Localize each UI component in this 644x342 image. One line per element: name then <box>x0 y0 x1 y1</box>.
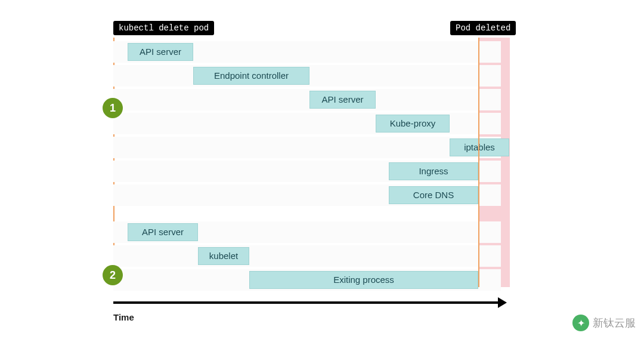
end-marker-line <box>478 38 479 287</box>
timeline-row: Endpoint controller <box>113 65 501 87</box>
end-marker-tag: Pod deleted <box>450 21 516 35</box>
wechat-icon: ✦ <box>572 315 589 331</box>
group-2-badge: 2 <box>103 265 123 285</box>
timeline-row: API server <box>113 89 501 110</box>
task-bar-kubelet: kubelet <box>198 247 249 265</box>
timeline-row: Core DNS <box>113 184 501 206</box>
task-bar-core-dns: Core DNS <box>389 186 478 204</box>
task-bar-kube-proxy: Kube-proxy <box>376 115 450 133</box>
time-axis: Time <box>113 301 507 322</box>
watermark: ✦ 新钛云服 <box>572 315 636 331</box>
task-bar-api-server-3: API server <box>128 223 198 241</box>
marker-row: kubectl delete pod Pod deleted <box>113 21 566 38</box>
task-bar-exiting-process: Exiting process <box>249 271 478 289</box>
task-bar-api-server: API server <box>128 43 193 61</box>
start-marker-tag: kubectl delete pod <box>113 21 214 35</box>
timeline-row: API server <box>113 221 501 243</box>
timeline-row: iptables <box>113 137 501 158</box>
task-bar-iptables: iptables <box>450 138 509 156</box>
watermark-text: 新钛云服 <box>593 316 636 330</box>
group-gap <box>113 208 501 219</box>
axis-label: Time <box>113 312 507 322</box>
timeline-row: API server <box>113 41 501 63</box>
axis-line <box>113 301 500 304</box>
timeline-row: Exiting process <box>113 269 501 291</box>
group-1-badge: 1 <box>103 98 123 118</box>
task-bar-ingress: Ingress <box>389 162 478 180</box>
task-bar-api-server-2: API server <box>309 91 376 109</box>
axis-arrow-icon <box>498 297 507 308</box>
timeline-row: Kube-proxy <box>113 113 501 134</box>
diagram-container: kubectl delete pod Pod deleted 1 API ser… <box>113 21 566 322</box>
timeline-row: Ingress <box>113 161 501 182</box>
timeline-row: kubelet <box>113 245 501 267</box>
timeline: 1 API server Endpoint controller API ser… <box>113 41 501 291</box>
task-bar-endpoint-controller: Endpoint controller <box>193 67 309 85</box>
